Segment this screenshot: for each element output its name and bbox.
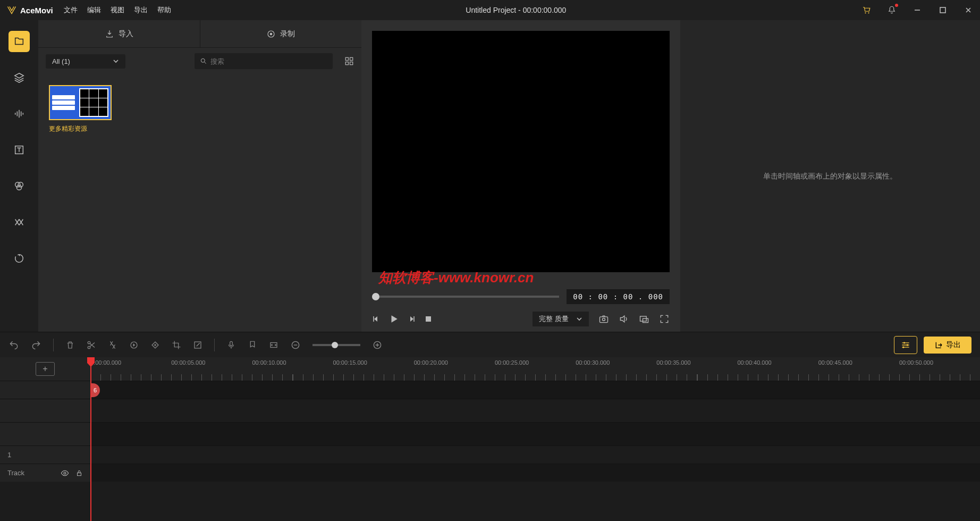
ruler-tick: 00:00:15.000 xyxy=(333,357,414,381)
seek-slider[interactable] xyxy=(372,296,559,298)
preview-screen[interactable]: 知软博客-www.knowr.cn xyxy=(372,31,670,272)
ruler-tick: 00:00:05.000 xyxy=(171,357,252,381)
lock-icon[interactable] xyxy=(75,469,83,477)
track-lane[interactable] xyxy=(90,423,980,446)
reverse-button[interactable] xyxy=(129,340,139,350)
record-icon xyxy=(266,29,276,39)
properties-panel: 单击时间轴或画布上的对象以显示属性。 xyxy=(680,20,980,332)
detach-icon[interactable] xyxy=(639,314,649,324)
ruler-tick: 00:00:50.000 xyxy=(899,357,980,381)
export-button[interactable]: 导出 xyxy=(924,337,971,354)
menu-view[interactable]: 视图 xyxy=(111,5,124,15)
redo-button[interactable] xyxy=(31,340,41,350)
zoom-slider[interactable] xyxy=(312,344,360,346)
nav-transitions[interactable] xyxy=(9,212,30,233)
stop-button[interactable] xyxy=(424,315,433,323)
add-track-button[interactable]: + xyxy=(36,362,55,376)
next-frame-button[interactable] xyxy=(407,315,416,323)
nav-media[interactable] xyxy=(9,31,30,52)
track-lane[interactable] xyxy=(90,464,980,482)
chevron-down-icon xyxy=(576,316,582,322)
media-filter-label: All (1) xyxy=(52,57,70,65)
prev-frame-button[interactable] xyxy=(372,315,381,323)
svg-rect-14 xyxy=(345,62,348,65)
search-icon xyxy=(200,57,207,65)
main-menu: 文件 编辑 视图 导出 帮助 xyxy=(64,5,171,15)
timeline-settings-button[interactable] xyxy=(894,336,917,354)
tab-record-label: 录制 xyxy=(280,29,295,39)
properties-hint: 单击时间轴或画布上的对象以显示属性。 xyxy=(747,170,913,182)
track-row xyxy=(0,399,980,422)
zoom-in-button[interactable] xyxy=(372,340,383,350)
preview-panel: 知软博客-www.knowr.cn 00 : 00 : 00 . 000 完整 … xyxy=(361,20,680,332)
fit-button[interactable] xyxy=(269,340,278,350)
edit-button[interactable] xyxy=(193,340,202,350)
track-lane[interactable]: 6 xyxy=(90,381,980,399)
menu-file[interactable]: 文件 xyxy=(64,5,78,15)
svg-rect-27 xyxy=(230,341,233,346)
clip-stub[interactable]: 6 xyxy=(90,383,100,397)
fullscreen-icon[interactable] xyxy=(659,314,670,324)
nav-audio[interactable] xyxy=(9,103,30,124)
side-nav xyxy=(0,20,38,332)
cart-icon[interactable] xyxy=(861,5,872,15)
playhead[interactable] xyxy=(90,357,91,521)
chevron-down-icon xyxy=(113,58,119,64)
svg-point-6 xyxy=(18,182,23,187)
timeline-toolbar: 导出 xyxy=(0,332,980,357)
maximize-button[interactable] xyxy=(937,5,948,15)
titlebar: AceMovi 文件 编辑 视图 导出 帮助 Untitled Project … xyxy=(0,0,980,20)
nav-filters[interactable] xyxy=(9,175,30,197)
bell-icon[interactable] xyxy=(886,5,897,15)
svg-point-35 xyxy=(64,472,66,474)
svg-point-20 xyxy=(603,318,605,321)
zoom-out-button[interactable] xyxy=(290,340,301,350)
search-box[interactable] xyxy=(195,53,333,69)
keyframe-button[interactable] xyxy=(150,340,160,350)
svg-rect-18 xyxy=(426,316,431,322)
crop-button[interactable] xyxy=(172,340,181,350)
track-row: 1 xyxy=(0,446,980,464)
search-input[interactable] xyxy=(210,57,327,65)
tab-import[interactable]: 导入 xyxy=(38,20,200,47)
mic-button[interactable] xyxy=(226,340,236,350)
media-item[interactable]: 更多精彩资源 xyxy=(49,85,112,133)
nav-layers[interactable] xyxy=(9,67,30,88)
svg-point-0 xyxy=(865,12,866,13)
media-filter-dropdown[interactable]: All (1) xyxy=(46,54,125,69)
play-button[interactable] xyxy=(389,314,399,324)
nav-animations[interactable] xyxy=(9,248,30,269)
menu-edit[interactable]: 编辑 xyxy=(87,5,101,15)
marker-button[interactable] xyxy=(248,340,257,350)
undo-button[interactable] xyxy=(9,340,19,350)
nav-text[interactable] xyxy=(9,139,30,161)
svg-rect-19 xyxy=(600,317,608,323)
media-panel: 导入 录制 All (1) 更多精 xyxy=(38,20,361,332)
app-name: AceMovi xyxy=(20,6,53,15)
svg-point-1 xyxy=(868,12,869,13)
timeline-ruler[interactable]: 0:00:00.000 00:00:05.000 00:00:10.000 00… xyxy=(90,357,980,381)
ruler-tick: 0:00:00.000 xyxy=(90,357,171,381)
volume-icon[interactable] xyxy=(619,314,629,324)
app-logo: AceMovi xyxy=(6,5,53,15)
grid-view-icon[interactable] xyxy=(344,56,354,66)
quality-dropdown[interactable]: 完整 质量 xyxy=(533,312,589,326)
delete-button[interactable] xyxy=(65,340,75,350)
ruler-tick: 00:00:25.000 xyxy=(495,357,576,381)
svg-point-33 xyxy=(907,344,908,346)
export-label: 导出 xyxy=(946,340,961,350)
svg-point-10 xyxy=(201,58,205,62)
track-lane[interactable] xyxy=(90,399,980,422)
media-item-label: 更多精彩资源 xyxy=(49,124,112,133)
track-lane[interactable] xyxy=(90,446,980,464)
timeline: + 0:00:00.000 00:00:05.000 00:00:10.000 … xyxy=(0,357,980,521)
minimize-button[interactable] xyxy=(912,5,923,15)
speed-button[interactable] xyxy=(108,340,117,350)
visibility-icon[interactable] xyxy=(61,469,69,477)
menu-export[interactable]: 导出 xyxy=(134,5,148,15)
menu-help[interactable]: 帮助 xyxy=(157,5,171,15)
split-button[interactable] xyxy=(87,340,96,350)
close-button[interactable] xyxy=(963,5,974,15)
tab-record[interactable]: 录制 xyxy=(200,20,362,47)
snapshot-icon[interactable] xyxy=(598,314,609,324)
